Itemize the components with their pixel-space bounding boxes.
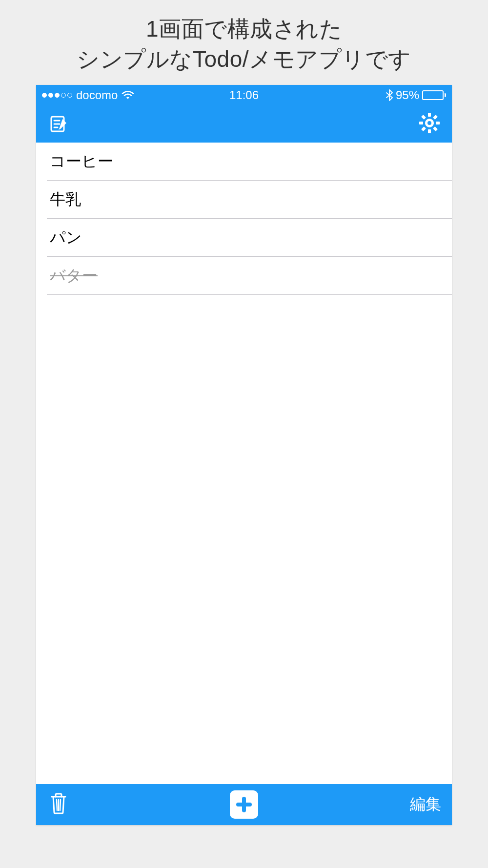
list-item-label: 牛乳	[50, 189, 81, 210]
svg-rect-5	[428, 129, 431, 133]
svg-rect-11	[433, 126, 438, 131]
status-time: 11:06	[229, 88, 259, 102]
bottom-toolbar: 編集	[36, 784, 452, 825]
bluetooth-icon	[386, 89, 393, 101]
list-item[interactable]: パン	[36, 219, 452, 257]
wifi-icon	[122, 90, 134, 100]
list-item-label: バター	[50, 265, 98, 287]
plus-icon	[234, 795, 254, 814]
nav-bar	[36, 105, 452, 143]
list-item[interactable]: 牛乳	[36, 181, 452, 219]
svg-rect-4	[428, 113, 431, 117]
marketing-line1: 1画面で構成された	[77, 14, 411, 44]
marketing-headline: 1画面で構成された シンプルなTodo/メモアプリです	[77, 14, 411, 74]
trash-icon	[49, 792, 68, 817]
svg-rect-10	[421, 115, 426, 120]
svg-rect-9	[421, 126, 426, 131]
cellular-signal-icon	[42, 93, 72, 98]
battery-percent-label: 95%	[396, 88, 419, 102]
todo-list: コーヒー牛乳パンバター	[36, 143, 452, 784]
status-right: 95%	[386, 88, 446, 102]
list-item-label: パン	[50, 227, 82, 248]
marketing-line2: シンプルなTodo/メモアプリです	[77, 44, 411, 74]
status-left: docomo	[42, 88, 134, 102]
gear-icon	[418, 112, 441, 136]
add-button[interactable]	[230, 790, 258, 819]
battery-icon	[422, 90, 446, 100]
svg-rect-8	[433, 115, 438, 120]
status-bar: docomo 11:06 95%	[36, 85, 452, 105]
edit-button[interactable]: 編集	[410, 794, 441, 815]
svg-rect-7	[436, 122, 440, 124]
carrier-label: docomo	[76, 88, 118, 102]
delete-button[interactable]	[47, 793, 70, 816]
list-item-label: コーヒー	[50, 151, 113, 172]
svg-rect-6	[419, 122, 423, 124]
svg-line-14	[60, 800, 61, 810]
list-item[interactable]: バター	[36, 257, 452, 295]
list-item[interactable]: コーヒー	[36, 143, 452, 181]
svg-line-12	[57, 800, 57, 810]
settings-button[interactable]	[418, 112, 441, 136]
notes-app-icon[interactable]	[47, 112, 70, 136]
device-frame: docomo 11:06 95%	[36, 85, 452, 825]
